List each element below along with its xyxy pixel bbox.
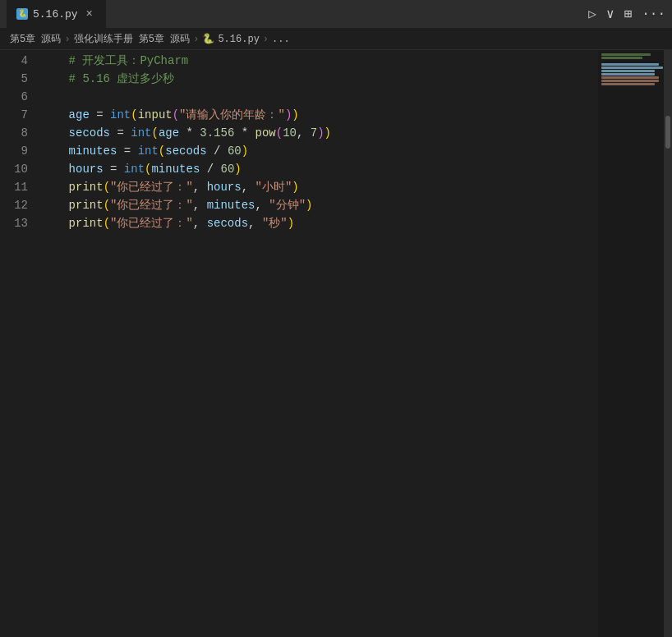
breadcrumb-sep-2: › <box>193 34 199 45</box>
line-number: 6 <box>0 88 28 106</box>
minimap-line <box>601 66 663 69</box>
run-button[interactable]: ▷ <box>588 6 596 22</box>
var-age: age <box>69 106 90 124</box>
tab-filename: 5.16.py <box>33 8 78 21</box>
minimap <box>598 50 664 637</box>
minimap-line <box>601 63 659 66</box>
minimap-line <box>601 70 655 72</box>
minimap-content <box>598 50 664 89</box>
toolbar-right: ▷ ∨ ⊞ ··· <box>588 6 665 22</box>
python-file-icon: 🐍 <box>16 8 28 20</box>
var-minutes: minutes <box>69 142 117 160</box>
code-line-6 <box>41 88 598 106</box>
breadcrumb-item-1[interactable]: 第5章 源码 <box>10 32 61 46</box>
breadcrumb-file-icon: 🐍 <box>202 33 214 45</box>
scrollbar-thumb[interactable] <box>665 116 670 149</box>
split-editor-button[interactable]: ⊞ <box>624 6 633 22</box>
line-number: 10 <box>0 160 28 178</box>
fn-print-12: print <box>69 196 104 214</box>
active-tab[interactable]: 🐍 5.16.py × <box>7 0 106 29</box>
line-number: 8 <box>0 124 28 142</box>
tab-bar: 🐍 5.16.py × <box>7 0 106 29</box>
line-number: 9 <box>0 142 28 160</box>
editor-area: 4 5 6 7 8 9 10 11 12 13 # 开发工具：PyCharm #… <box>0 50 672 637</box>
str-age-prompt: "请输入你的年龄：" <box>179 106 285 124</box>
code-line-10: hours = int ( minutes / 60 ) <box>41 160 598 178</box>
line-number: 11 <box>0 178 28 196</box>
minimap-line <box>601 80 659 82</box>
line-number: 13 <box>0 214 28 232</box>
comment-pycharm: # 开发工具：PyCharm <box>41 52 188 70</box>
breadcrumb-item-3[interactable]: 5.16.py <box>218 34 259 45</box>
var-hours: hours <box>69 160 104 178</box>
fn-print-11: print <box>69 178 104 196</box>
line-number: 12 <box>0 196 28 214</box>
code-content[interactable]: # 开发工具：PyCharm # 5.16 虚过多少秒 age = int ( … <box>41 50 598 637</box>
breadcrumb: 第5章 源码 › 强化训练手册 第5章 源码 › 🐍 5.16.py › ... <box>0 29 672 50</box>
tab-close-button[interactable]: × <box>83 7 96 21</box>
minimap-line <box>601 83 655 85</box>
var-secods: secods <box>69 124 110 142</box>
breadcrumb-item-2[interactable]: 强化训练手册 第5章 源码 <box>74 32 191 46</box>
minimap-line <box>601 73 655 76</box>
kw-int-7: int <box>110 106 131 124</box>
line-numbers: 4 5 6 7 8 9 10 11 12 13 <box>0 50 41 637</box>
breadcrumb-sep-1: › <box>64 34 70 45</box>
minimap-line <box>601 57 642 59</box>
kw-int-10: int <box>124 160 145 178</box>
code-line-12: print ( "你已经过了：" , minutes , "分钟" ) <box>41 196 598 214</box>
minimap-line <box>601 60 603 62</box>
kw-int-8: int <box>131 124 151 142</box>
title-bar: 🐍 5.16.py × ▷ ∨ ⊞ ··· <box>0 0 672 29</box>
breadcrumb-sep-3: › <box>263 34 269 45</box>
minimap-line <box>601 53 651 56</box>
code-line-7: age = int ( input ( "请输入你的年龄：" ) ) <box>41 106 598 124</box>
kw-int-9: int <box>138 142 159 160</box>
code-line-11: print ( "你已经过了：" , hours , "小时" ) <box>41 178 598 196</box>
line-number: 5 <box>0 70 28 88</box>
code-line-8: secods = int ( age * 3.156 * pow ( 10 , … <box>41 124 598 142</box>
fn-input: input <box>138 106 173 124</box>
minimap-line <box>601 76 659 79</box>
run-dropdown-button[interactable]: ∨ <box>606 6 614 22</box>
code-line-9: minutes = int ( secods / 60 ) <box>41 142 598 160</box>
fn-pow: pow <box>255 124 276 142</box>
fn-print-13: print <box>69 214 104 232</box>
line-number: 4 <box>0 52 28 70</box>
code-line-5: # 5.16 虚过多少秒 <box>41 70 598 88</box>
line-number: 7 <box>0 106 28 124</box>
comment-516: # 5.16 虚过多少秒 <box>41 70 174 88</box>
scrollbar[interactable] <box>664 50 672 637</box>
code-line-13: print ( "你已经过了：" , secods , "秒" ) <box>41 214 598 232</box>
breadcrumb-item-4[interactable]: ... <box>272 34 290 45</box>
more-actions-button[interactable]: ··· <box>642 7 665 21</box>
code-line-4: # 开发工具：PyCharm <box>41 52 598 70</box>
